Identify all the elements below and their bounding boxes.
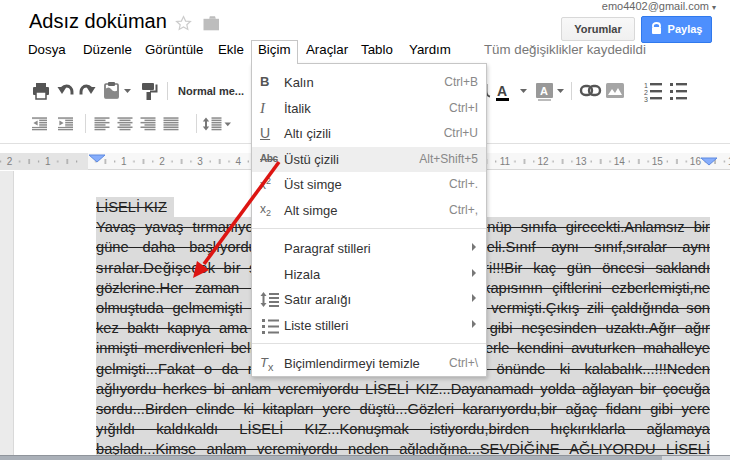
svg-text:15: 15 xyxy=(652,156,664,167)
svg-text:11: 11 xyxy=(500,156,511,167)
svg-text:A: A xyxy=(540,85,548,97)
svg-text:16: 16 xyxy=(690,156,702,167)
svg-text:12: 12 xyxy=(537,156,549,167)
svg-text:3: 3 xyxy=(644,96,648,103)
svg-text:14: 14 xyxy=(614,156,626,167)
svg-text:A: A xyxy=(497,83,507,99)
svg-text:1: 1 xyxy=(121,156,127,167)
svg-text:1: 1 xyxy=(644,82,648,89)
svg-text:1: 1 xyxy=(45,156,51,167)
svg-text:2: 2 xyxy=(159,156,165,167)
svg-text:13: 13 xyxy=(576,156,588,167)
svg-text:2: 2 xyxy=(644,89,648,96)
svg-text:2: 2 xyxy=(7,156,13,167)
